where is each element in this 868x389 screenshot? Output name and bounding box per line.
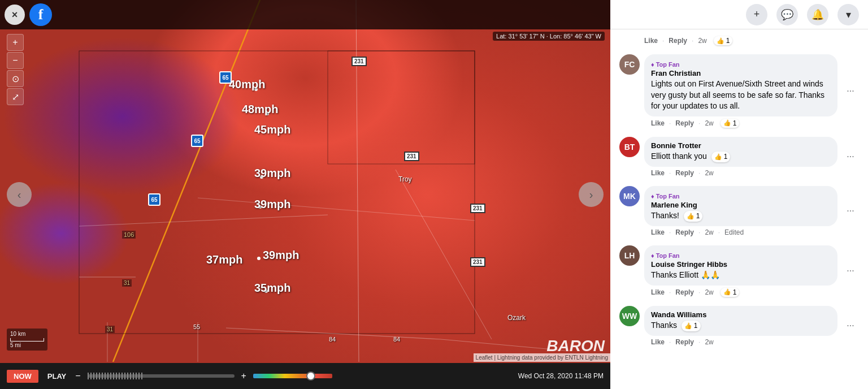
facebook-header: + 💬 🔔 ▾ xyxy=(610,0,868,29)
time-louise: 2w xyxy=(705,288,713,296)
intensity-bar[interactable] xyxy=(253,374,332,378)
prev-arrow-button[interactable]: ‹ xyxy=(7,182,32,207)
scale-mi: 5 mi xyxy=(10,342,44,348)
now-button[interactable]: NOW xyxy=(7,370,38,383)
comment-bubble-bonnie: Bonnie Trotter Elliott thank you 👍 1 xyxy=(644,137,837,167)
comment-text-fran: Lights out on First Avenue/Sixth Street … xyxy=(651,79,831,112)
road-84a: 84 xyxy=(329,336,336,343)
commenter-name-louise[interactable]: Louise Stringer Hibbs xyxy=(651,260,831,269)
next-arrow-button[interactable]: › xyxy=(579,182,604,207)
map-bottom-bar: NOW PLAY − + Wed Oct 28, 2020 11:48 PM xyxy=(0,363,610,389)
like-link-marlene[interactable]: Like xyxy=(651,228,665,236)
more-button-wanda[interactable]: ··· xyxy=(842,317,859,334)
comment-wanda-williams: WW Wanda Williams Thanks 👍 1 Like · Repl… xyxy=(610,301,868,351)
wind-label-48: 48mph xyxy=(242,103,278,116)
facebook-logo: f xyxy=(29,3,52,26)
baron-logo: BARON xyxy=(546,337,605,355)
wind-label-39b: 39mph xyxy=(254,198,290,211)
avatar-louise-hibbs: LH xyxy=(619,245,640,266)
location-button[interactable]: ⊙ xyxy=(7,70,24,87)
commenter-name-bonnie[interactable]: Bonnie Trotter xyxy=(651,141,831,150)
reply-link-top[interactable]: Reply xyxy=(669,37,687,45)
top-fan-badge-marlene: ♦ Top Fan xyxy=(651,193,680,200)
town-troy: Troy xyxy=(398,175,412,183)
like-count-louise: 👍 1 xyxy=(721,288,740,297)
highway-231b: 231 xyxy=(404,152,419,161)
interstate-shield-65c: 65 xyxy=(148,193,160,206)
wind-label-39c: 39mph xyxy=(263,249,299,262)
more-button-fran[interactable]: ··· xyxy=(842,83,859,100)
scale-bar: 10 km 5 mi xyxy=(7,329,47,351)
like-count-fran: 👍 1 xyxy=(721,119,740,128)
thumb-icon-louise: 👍 xyxy=(723,288,731,296)
wind-label-35: 35mph xyxy=(254,282,290,295)
like-link-fran[interactable]: Like xyxy=(651,119,665,127)
notifications-icon-button[interactable]: 🔔 xyxy=(807,4,828,25)
like-link-top[interactable]: Like xyxy=(644,37,658,45)
comment-louise-hibbs: LH ♦ Top Fan Louise Stringer Hibbs Thank… xyxy=(610,241,868,301)
timeline-track[interactable] xyxy=(88,374,235,378)
map-panel: × f Lat: 31° 53' 17" N · Lon: 85° 46' 43… xyxy=(0,0,610,389)
map-topbar: × f xyxy=(0,0,610,29)
zoom-out-button[interactable]: − xyxy=(7,52,24,69)
comment-actions-louise: Like · Reply · 2w 👍 1 xyxy=(644,286,837,297)
road-31a: 31 xyxy=(122,279,132,287)
wind-label-37: 37mph xyxy=(206,253,242,266)
inline-like-wanda: 👍 1 xyxy=(682,321,701,331)
interstate-shield-65a: 65 xyxy=(219,71,232,84)
road-84b: 84 xyxy=(393,336,400,343)
time-wanda: 2w xyxy=(705,338,713,346)
commenter-name-wanda[interactable]: Wanda Williams xyxy=(651,310,831,319)
time-top: 2w xyxy=(698,37,706,45)
more-button-bonnie[interactable]: ··· xyxy=(842,148,859,165)
wind-dot xyxy=(257,257,261,260)
play-button[interactable]: PLAY xyxy=(45,372,68,381)
timeline-ticks xyxy=(88,374,235,378)
messenger-icon-button[interactable]: 💬 xyxy=(776,4,798,25)
commenter-name-fran[interactable]: Fran Christian xyxy=(651,69,831,77)
reply-link-fran[interactable]: Reply xyxy=(675,119,694,127)
like-link-bonnie[interactable]: Like xyxy=(651,169,665,177)
top-fan-badge-louise: ♦ Top Fan xyxy=(651,252,680,259)
fullscreen-button[interactable]: ⤢ xyxy=(7,88,24,105)
commenter-name-marlene[interactable]: Marlene King xyxy=(651,201,831,209)
more-button-louise[interactable]: ··· xyxy=(842,262,859,279)
scale-line xyxy=(10,338,44,342)
timeline-plus-button[interactable]: + xyxy=(241,371,246,381)
diamond-icon-fran: ♦ xyxy=(651,61,654,68)
close-button[interactable]: × xyxy=(5,5,25,25)
zoom-in-button[interactable]: + xyxy=(7,34,24,51)
highway-231c: 231 xyxy=(470,204,485,213)
facebook-panel: + 💬 🔔 ▾ Like · Reply · 2w 👍 1 FC xyxy=(610,0,868,389)
comment-bubble-marlene: ♦ Top Fan Marlene King Thanks! 👍 1 xyxy=(644,186,837,226)
reply-link-wanda[interactable]: Reply xyxy=(675,338,694,346)
road-106: 106 xyxy=(122,231,136,239)
comment-actions-fran: Like · Reply · 2w 👍 1 xyxy=(644,116,837,128)
reply-link-bonnie[interactable]: Reply xyxy=(675,169,694,177)
comments-scroll[interactable]: Like · Reply · 2w 👍 1 FC ♦ Top Fan xyxy=(610,29,868,389)
reply-link-louise[interactable]: Reply xyxy=(675,288,694,296)
more-button-marlene[interactable]: ··· xyxy=(842,202,859,219)
inline-like-marlene: 👍 1 xyxy=(684,211,703,222)
like-link-wanda[interactable]: Like xyxy=(651,338,665,346)
reply-link-marlene[interactable]: Reply xyxy=(675,228,694,236)
wind-label-45: 45mph xyxy=(254,123,290,136)
comment-marlene-king: MK ♦ Top Fan Marlene King Thanks! 👍 1 Li… xyxy=(610,181,868,241)
comment-actions-wanda: Like · Reply · 2w xyxy=(644,336,837,346)
avatar-fran-christian: FC xyxy=(619,54,640,75)
comment-bonnie-trotter: BT Bonnie Trotter Elliott thank you 👍 1 … xyxy=(610,132,868,181)
interstate-shield-65b: 65 xyxy=(191,135,203,147)
comment-text-marlene: Thanks! 👍 1 xyxy=(651,210,831,222)
wind-label-40: 40mph xyxy=(229,78,265,91)
like-link-louise[interactable]: Like xyxy=(651,288,665,296)
comment-bubble-fran: ♦ Top Fan Fran Christian Lights out on F… xyxy=(644,54,837,116)
time-marlene: 2w xyxy=(705,228,713,236)
dropdown-icon-button[interactable]: ▾ xyxy=(837,4,859,25)
intensity-thumb xyxy=(306,371,315,381)
avatar-bonnie-trotter: BT xyxy=(619,137,640,157)
comment-fran-christian: FC ♦ Top Fan Fran Christian Lights out o… xyxy=(610,50,868,132)
timeline-minus-button[interactable]: − xyxy=(75,371,80,381)
town-ozark: Ozark xyxy=(507,314,526,322)
thumb-icon-top: 👍 xyxy=(717,37,724,45)
add-icon-button[interactable]: + xyxy=(746,4,767,25)
